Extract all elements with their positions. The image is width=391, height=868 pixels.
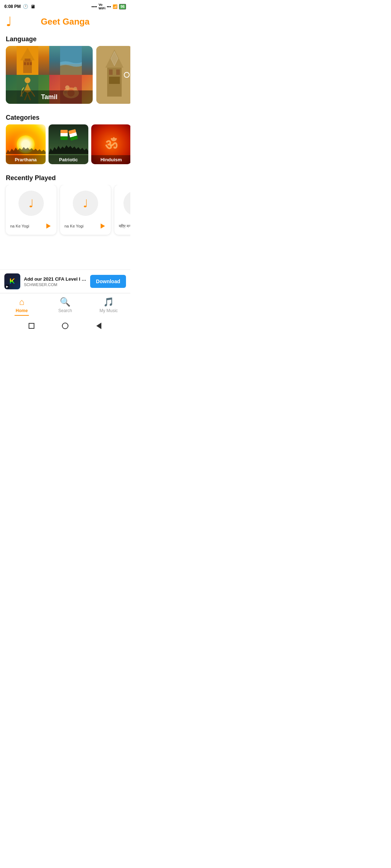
mosaic-temple (6, 46, 49, 75)
language-card-tamil[interactable]: Tamil (6, 46, 93, 104)
music-note-icon-1: ♩ (29, 197, 34, 210)
svg-rect-20 (109, 69, 113, 75)
recent-apps-icon (29, 323, 34, 329)
back-icon (96, 323, 101, 329)
svg-rect-7 (60, 46, 82, 64)
nav-search-label: Search (58, 308, 72, 313)
om-icon: ॐ (105, 136, 117, 153)
recent-card-3[interactable]: ♩ यत्रि मन्त्र (114, 185, 130, 235)
ad-banner[interactable]: K ▶ Add our 2021 CFA Level I QBank to Yo… (0, 269, 130, 293)
nav-active-indicator (14, 315, 29, 316)
wifi-icon: 📶 (113, 4, 118, 9)
ad-subtitle: SCHWESER.COM (24, 282, 87, 287)
status-left: 6:08 PM 🕐 🖥 (4, 4, 35, 9)
home-button[interactable] (62, 322, 69, 329)
ad-brand-letter: K (9, 277, 15, 286)
vowifi-icon: VoWiFi (98, 3, 105, 10)
language-card-hindi[interactable] (96, 46, 130, 104)
recent-title-1: na Ke Yogi (10, 224, 43, 228)
recent-title-3: यत्रि मन्त्र (119, 224, 130, 229)
indian-flag-1 (60, 130, 68, 140)
signal2-icon: ▪▪▪ (107, 4, 111, 9)
alarm-icon: 🕐 (23, 4, 28, 9)
ad-text-container: Add our 2021 CFA Level I QBank to Yo... … (24, 276, 87, 287)
ad-title: Add our 2021 CFA Level I QBank to Yo... (24, 276, 87, 282)
status-bar: 6:08 PM 🕐 🖥 ▪▪▪▪ VoWiFi ▪▪▪ 📶 96 (0, 0, 130, 12)
recent-footer-2: na Ke Yogi (64, 222, 106, 230)
status-right: ▪▪▪▪ VoWiFi ▪▪▪ 📶 96 (92, 3, 126, 10)
recent-title-2: na Ke Yogi (64, 224, 98, 228)
svg-rect-3 (25, 59, 30, 61)
music-note-icon-2: ♩ (83, 197, 88, 210)
svg-point-15 (73, 87, 77, 90)
logo-note-icon: ♩ (6, 15, 12, 28)
time: 6:08 PM (4, 4, 21, 9)
language-section-label: Language (0, 31, 130, 46)
recent-footer-3: यत्रि मन्त्र (119, 222, 130, 230)
ad-play-icon: ▶ (5, 285, 9, 289)
app-header: ♩ Geet Ganga (0, 12, 130, 31)
nav-mymusic-label: My Music (100, 308, 118, 313)
svg-point-10 (25, 77, 30, 83)
tamil-label: Tamil (6, 90, 93, 104)
indian-flag-2 (68, 129, 78, 141)
recent-footer-1: na Ke Yogi (10, 222, 52, 230)
recently-played-label: Recently Played (0, 170, 130, 185)
home-icon: ⌂ (19, 297, 25, 307)
hinduism-label: Hinduism (91, 155, 130, 164)
nav-search[interactable]: 🔍 Search (43, 297, 87, 316)
svg-rect-5 (27, 62, 29, 65)
svg-rect-4 (24, 62, 26, 65)
recent-icon-bg-3: ♩ (123, 191, 130, 216)
svg-rect-22 (109, 77, 120, 84)
recent-card-2[interactable]: ♩ na Ke Yogi (60, 185, 111, 235)
category-card-hinduism[interactable]: ॐ Hinduism (91, 124, 130, 164)
category-card-prarthana[interactable]: Prarthana (6, 124, 46, 164)
mymusic-icon: 🎵 (103, 297, 114, 307)
back-button[interactable] (95, 322, 102, 329)
flags-group (49, 130, 88, 140)
language-scroll[interactable]: Tamil (0, 46, 130, 110)
prarthana-label: Prarthana (6, 155, 46, 164)
category-card-patriotic[interactable]: Patriotic (49, 124, 88, 164)
nav-home[interactable]: ⌂ Home (0, 297, 43, 316)
play-button-2[interactable] (98, 222, 106, 230)
mosaic-beach (49, 46, 93, 75)
app-logo: ♩ (6, 15, 12, 28)
content-spacer (0, 241, 130, 262)
recent-card-1[interactable]: ♩ na Ke Yogi (6, 185, 56, 235)
search-icon: 🔍 (60, 297, 71, 307)
svg-rect-6 (30, 62, 32, 65)
patriotic-label: Patriotic (49, 155, 88, 164)
svg-point-14 (65, 85, 70, 90)
recent-apps-button[interactable] (28, 322, 35, 329)
signal-icon: ▪▪▪▪ (92, 4, 97, 9)
ad-download-button[interactable]: Download (90, 275, 126, 288)
crowd-dark-silhouette (49, 141, 88, 154)
play-triangle-icon-1 (46, 224, 51, 229)
recently-played-scroll[interactable]: ♩ na Ke Yogi ♩ na Ke Yogi ♩ (0, 185, 130, 241)
recent-icon-bg-2: ♩ (73, 191, 98, 216)
battery-indicator: 96 (119, 4, 126, 9)
categories-section-label: Categories (0, 110, 130, 124)
svg-rect-21 (116, 69, 120, 75)
home-circle-icon (62, 323, 68, 329)
recent-icon-bg-1: ♩ (18, 191, 44, 216)
categories-scroll[interactable]: Prarthana Patriotic ॐ Hinduism (0, 124, 130, 170)
app-title: Geet Ganga (41, 17, 90, 27)
screen-icon: 🖥 (30, 4, 35, 9)
ad-icon: K ▶ (4, 273, 20, 289)
card-scroll-dot (124, 72, 130, 78)
main-content: Language (0, 31, 130, 262)
system-nav (0, 319, 130, 335)
play-triangle-icon-2 (101, 224, 105, 229)
play-button-1[interactable] (43, 222, 52, 230)
bottom-nav: ⌂ Home 🔍 Search 🎵 My Music (0, 293, 130, 319)
nav-home-label: Home (16, 308, 28, 313)
nav-mymusic[interactable]: 🎵 My Music (87, 297, 130, 316)
